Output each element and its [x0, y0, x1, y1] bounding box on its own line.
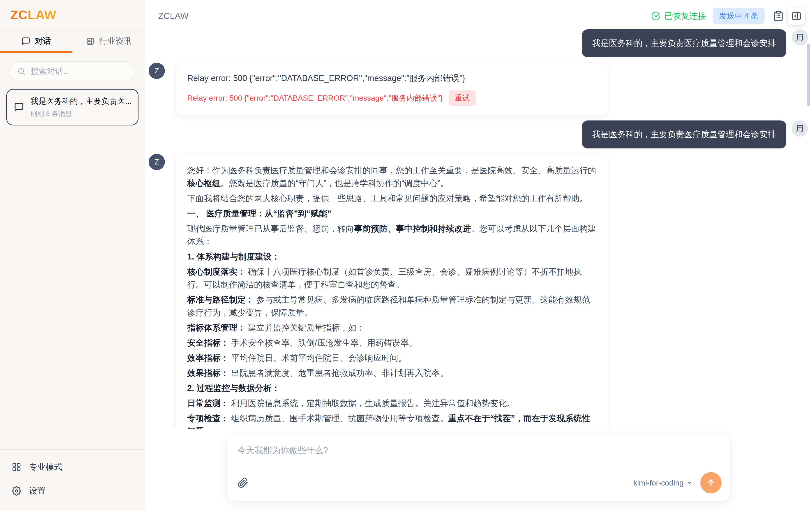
scrollbar-thumb[interactable]	[807, 44, 810, 106]
composer-placeholder: 今天我能为你做些什么?	[237, 445, 719, 456]
error-detail-row: Relay error: 500 {"error":"DATABASE_ERRO…	[187, 90, 597, 106]
conversation-texts: 我是医务科的，主要负责医... 刚刚 3 条消息	[30, 96, 131, 118]
chat-scroll-area[interactable]: ZCLAW 已恢复连接 发送中 4 条	[145, 0, 812, 429]
conversation-meta: 刚刚 3 条消息	[30, 109, 131, 118]
sidebar-footer: 专业模式 设置	[0, 449, 145, 511]
model-name: kimi-for-coding	[633, 479, 684, 487]
chat-bubble-icon	[14, 102, 24, 112]
conversation-list: 我是医务科的，主要负责医... 刚刚 3 条消息	[0, 86, 145, 449]
sidebar-item-settings-label: 设置	[29, 485, 46, 496]
message-paragraph: 标准与路径制定： 参与或主导常见病、多发病的临床路径和单病种质量管理标准的制定与…	[187, 293, 597, 319]
assistant-error-card: Relay error: 500 {"error":"DATABASE_ERRO…	[175, 63, 608, 115]
assistant-avatar: Z	[149, 154, 165, 170]
search-input[interactable]	[31, 66, 128, 76]
message-paragraph: 效率指标： 平均住院日、术前平均住院日、会诊响应时间。	[187, 351, 597, 364]
model-selector[interactable]: kimi-for-coding	[633, 479, 693, 487]
conversation-list-item[interactable]: 我是医务科的，主要负责医... 刚刚 3 条消息	[6, 89, 139, 125]
tab-industry-news[interactable]: 行业资讯	[72, 30, 145, 53]
message-paragraph: 日常监测： 利用医院信息系统，定期抽取数据，生成质量报告。关注异常值和趋势变化。	[187, 397, 597, 410]
tab-industry-news-label: 行业资讯	[99, 36, 132, 47]
message-paragraph: 现代医疗质量管理已从事后监督、惩罚，转向事前预防、事中控制和持续改进。您可以考虑…	[187, 222, 597, 248]
message-paragraph: 您好！作为医务科负责医疗质量管理和会诊安排的同事，您的工作至关重要，是医院高效、…	[187, 164, 597, 190]
composer-toolbar: kimi-for-coding	[237, 472, 722, 493]
user-message-row: 我是医务科的，主要负责医疗质量管理和会诊安排 用	[149, 120, 812, 148]
message-paragraph: 下面我将结合您的两大核心职责，提供一些思路、工具和常见问题的应对策略，希望能对您…	[187, 192, 597, 205]
assistant-message-row: Z 您好！作为医务科负责医疗质量管理和会诊安排的同事，您的工作至关重要，是医院高…	[149, 154, 812, 429]
sidebar-item-pro-mode[interactable]: 专业模式	[0, 455, 145, 479]
message-paragraph: 安全指标： 手术安全核查率、跌倒/压疮发生率、用药错误率。	[187, 336, 597, 349]
message-paragraph: 专项检查： 组织病历质量、围手术期管理、抗菌药物使用等专项检查。重点不在于“找茬…	[187, 412, 597, 429]
chevron-down-icon	[686, 480, 693, 486]
clipboard-icon[interactable]	[773, 10, 784, 22]
search-icon	[17, 67, 26, 76]
send-button[interactable]	[700, 472, 722, 493]
sidebar: ZCLAW 对话 行业资讯 我是医务	[0, 0, 145, 511]
message-paragraph: 2. 过程监控与数据分析：	[187, 382, 597, 395]
message-list: 我是医务科的，主要负责医疗质量管理和会诊安排 用 Z Relay error: …	[145, 29, 812, 429]
gear-icon	[12, 486, 21, 496]
check-circle-icon	[651, 11, 661, 21]
assistant-avatar: Z	[149, 63, 165, 79]
message-paragraph: 效果指标： 出院患者满意度、危重患者抢救成功率、非计划再入院率。	[187, 367, 597, 379]
search-box	[9, 61, 135, 81]
sending-badge: 发送中 4 条	[713, 8, 765, 24]
chat-icon	[22, 37, 30, 46]
message-paragraph: 1. 体系构建与制度建设：	[187, 250, 597, 263]
search-area	[0, 53, 145, 86]
collapse-panel-button[interactable]	[788, 7, 805, 25]
sidebar-tabs: 对话 行业资讯	[0, 30, 145, 53]
app-logo: ZCLAW	[10, 7, 56, 22]
connection-status: 已恢复连接	[651, 10, 706, 22]
chat-header: ZCLAW 已恢复连接 发送中 4 条	[145, 0, 812, 29]
connection-status-label: 已恢复连接	[664, 10, 706, 22]
attach-file-button[interactable]	[237, 477, 248, 488]
error-message-text: Relay error: 500 {"error":"DATABASE_ERRO…	[187, 72, 597, 85]
user-avatar: 用	[792, 120, 808, 137]
assistant-message-card: 您好！作为医务科负责医疗质量管理和会诊安排的同事，您的工作至关重要，是医院高效、…	[175, 154, 608, 429]
main-area: ZCLAW 已恢复连接 发送中 4 条	[145, 0, 812, 511]
error-detail-text: Relay error: 500 {"error":"DATABASE_ERRO…	[187, 93, 443, 103]
message-paragraph: 核心制度落实： 确保十八项医疗核心制度（如首诊负责、三级查房、会诊、疑难病例讨论…	[187, 265, 597, 291]
composer-right-controls: kimi-for-coding	[633, 472, 722, 493]
news-icon	[86, 37, 95, 46]
composer[interactable]: 今天我能为你做些什么? kimi-for-coding	[227, 434, 730, 501]
chat-title: ZCLAW	[158, 11, 188, 21]
user-message-bubble: 我是医务科的，主要负责医疗质量管理和会诊安排	[582, 120, 786, 148]
retry-button[interactable]: 重试	[449, 90, 476, 106]
assistant-message-row: Z Relay error: 500 {"error":"DATABASE_ER…	[149, 63, 812, 115]
sidebar-item-settings[interactable]: 设置	[0, 479, 145, 503]
user-message-row: 我是医务科的，主要负责医疗质量管理和会诊安排 用	[149, 29, 812, 57]
user-avatar: 用	[792, 29, 808, 46]
message-paragraph: 指标体系管理： 建立并监控关键质量指标，如：	[187, 321, 597, 334]
header-actions: 已恢复连接 发送中 4 条	[651, 7, 805, 25]
arrow-up-icon	[706, 478, 716, 488]
tab-conversations-label: 对话	[35, 36, 51, 47]
paperclip-icon	[237, 477, 248, 488]
sidebar-item-pro-mode-label: 专业模式	[29, 461, 62, 473]
sidebar-logo-area: ZCLAW	[0, 0, 145, 30]
grid-icon	[12, 462, 21, 472]
conversation-title: 我是医务科的，主要负责医...	[30, 96, 131, 107]
panel-collapse-icon	[791, 11, 802, 21]
tab-conversations[interactable]: 对话	[0, 30, 72, 53]
user-message-bubble: 我是医务科的，主要负责医疗质量管理和会诊安排	[582, 29, 786, 57]
message-paragraph: 一、 医疗质量管理：从“监督”到“赋能”	[187, 207, 597, 220]
